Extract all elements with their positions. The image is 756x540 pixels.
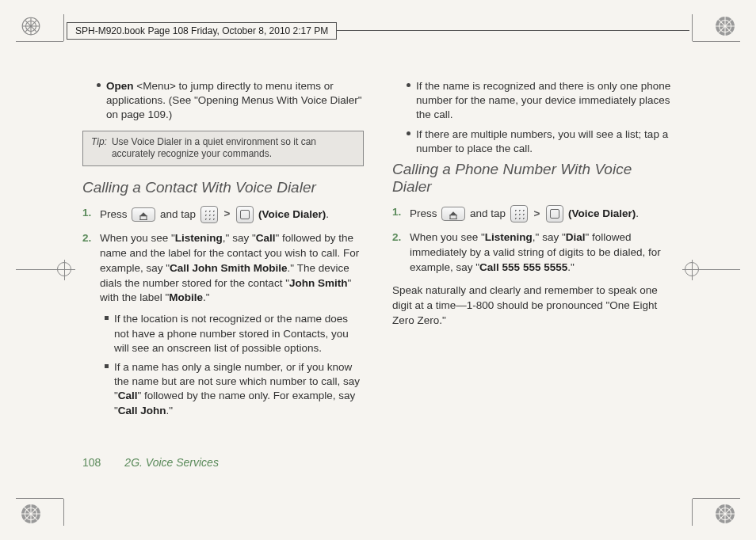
bullet-icon [97, 79, 101, 123]
bullet-item: If there are multiple numbers, you will … [407, 127, 674, 156]
cropmark [693, 41, 740, 42]
cropmark [16, 498, 63, 499]
voice-dialer-icon [546, 205, 563, 222]
cropmark [63, 499, 64, 526]
page-header: SPH-M920.book Page 108 Friday, October 8… [67, 22, 337, 40]
home-key-icon [441, 207, 465, 221]
cropmark [693, 498, 740, 499]
bullet-open: Open <Menu> to jump directly to menu ite… [97, 79, 364, 123]
home-key-icon [132, 207, 155, 222]
apps-grid-icon [200, 206, 218, 223]
cropmark [63, 14, 64, 41]
cropmark [692, 14, 693, 41]
cropmark [692, 499, 693, 526]
right-column: If the name is recognized and there is o… [392, 79, 674, 477]
voice-dialer-icon [236, 206, 254, 223]
page-number: 108 [82, 456, 101, 469]
heading-calling-contact: Calling a Contact With Voice Dialer [82, 179, 364, 196]
cropmark [16, 41, 63, 42]
bullet-icon [407, 79, 411, 123]
heading-calling-number: Calling a Phone Number With Voice Dialer [392, 161, 674, 196]
chevron-right-icon: > [534, 207, 540, 219]
bullet-text: Open <Menu> to jump directly to menu ite… [106, 79, 364, 123]
step-1: Press and tap > (Voice Dialer). [392, 205, 674, 222]
registration-mark [57, 262, 71, 276]
page-footer: 108 2G. Voice Services [82, 456, 219, 469]
ornament-icon [715, 16, 735, 36]
square-bullet-icon [105, 312, 109, 356]
paragraph: Speak naturally and clearly and remember… [392, 283, 674, 329]
sub-bullet-text: If a name has only a single number, or i… [114, 360, 364, 418]
ornament-icon [21, 16, 41, 36]
steps-list: Press and tap > (Voice Dialer). When you… [82, 206, 364, 418]
section-title: 2G. Voice Services [124, 456, 219, 469]
bullet-item: If the name is recognized and there is o… [407, 79, 674, 123]
ornament-icon [715, 504, 735, 524]
apps-grid-icon [510, 205, 528, 222]
page-content: Open <Menu> to jump directly to menu ite… [82, 79, 674, 477]
registration-mark [685, 262, 699, 276]
bullet-text: If the name is recognized and there is o… [416, 79, 674, 123]
step-2: When you see "Listening," say "Call" fol… [82, 231, 364, 418]
sub-bullet: If a name has only a single number, or i… [105, 360, 364, 418]
left-column: Open <Menu> to jump directly to menu ite… [82, 79, 364, 477]
square-bullet-icon [105, 360, 109, 418]
step-2: When you see "Listening," say "Dial" fol… [392, 230, 674, 276]
steps-list: Press and tap > (Voice Dialer). When you… [392, 205, 674, 276]
sub-bullet: If the location is not recognized or the… [105, 312, 364, 356]
step-1: Press and tap > (Voice Dialer). [82, 206, 364, 223]
tip-text: Use Voice Dialer in a quiet environment … [112, 136, 355, 161]
chevron-right-icon: > [224, 207, 231, 219]
bullet-text: If there are multiple numbers, you will … [416, 127, 674, 156]
bullet-icon [407, 127, 411, 156]
ornament-icon [21, 504, 41, 524]
tip-label: Tip: [91, 136, 107, 161]
sub-bullet-text: If the location is not recognized or the… [114, 312, 364, 356]
tip-box: Tip: Use Voice Dialer in a quiet environ… [82, 131, 364, 166]
